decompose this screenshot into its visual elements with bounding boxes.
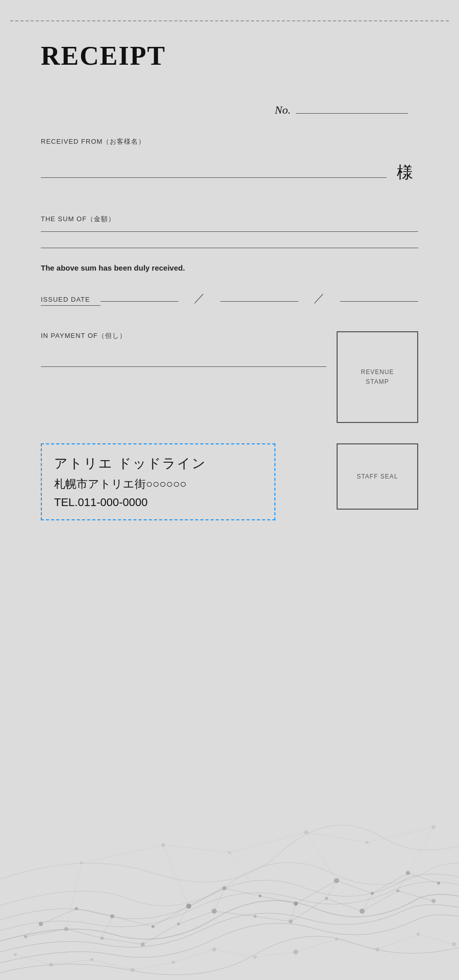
svg-line-43: [326, 898, 362, 911]
staff-seal-column: STAFF SEAL: [337, 443, 418, 510]
sum-of-label: THE SUM OF（金額）: [41, 215, 418, 224]
svg-line-75: [377, 934, 418, 949]
svg-line-32: [337, 881, 372, 893]
sama-label: 様: [392, 162, 418, 184]
svg-line-72: [255, 952, 296, 957]
svg-line-70: [173, 949, 214, 962]
customer-name-line: [41, 163, 387, 178]
svg-line-41: [255, 916, 291, 921]
payment-line: [41, 366, 326, 367]
svg-line-71: [214, 949, 255, 957]
svg-line-33: [372, 873, 408, 893]
svg-line-86: [306, 832, 367, 842]
svg-line-73: [296, 939, 337, 952]
company-address: 札幌市アトリエ街○○○○○○: [54, 476, 262, 492]
date-segment-2: [220, 287, 298, 302]
svg-line-89: [163, 845, 189, 906]
above-sum-text: The above sum has been duly received.: [41, 263, 418, 272]
bottom-section: IN PAYMENT OF（但し） REVENUE STAMP: [41, 331, 418, 423]
svg-line-85: [230, 832, 306, 853]
svg-line-68: [92, 960, 133, 970]
date-segment-3: [340, 287, 418, 302]
svg-line-25: [76, 909, 112, 916]
payment-label: IN PAYMENT OF（但し）: [41, 331, 326, 340]
no-row: No.: [41, 101, 418, 117]
stamp-column: REVENUE STAMP: [337, 331, 418, 423]
no-input-line: [296, 101, 408, 114]
network-decoration: [0, 735, 459, 980]
svg-line-88: [66, 863, 82, 929]
no-label: No.: [275, 103, 291, 117]
svg-line-90: [230, 853, 260, 896]
svg-line-47: [102, 916, 112, 938]
payment-column: IN PAYMENT OF（但し）: [41, 331, 326, 367]
company-name: アトリエ ドッドライン: [54, 455, 262, 472]
svg-line-26: [112, 916, 153, 926]
company-tel: TEL.011-000-0000: [54, 496, 262, 509]
revenue-stamp-box: REVENUE STAMP: [337, 331, 418, 423]
svg-line-84: [163, 845, 230, 853]
sum-line-2: [41, 247, 418, 248]
svg-line-29: [224, 888, 260, 896]
date-slash-1: ／: [194, 290, 205, 306]
svg-line-24: [41, 909, 76, 924]
revenue-stamp-text: REVENUE STAMP: [361, 367, 394, 387]
svg-line-87: [367, 827, 434, 842]
svg-line-27: [153, 906, 189, 926]
svg-line-44: [362, 891, 398, 911]
receipt-title: RECEIPT: [41, 41, 418, 71]
svg-line-35: [26, 929, 66, 937]
receipt-page: RECEIPT No. RECEIVED FROM（お客様名） 様 THE SU…: [0, 0, 459, 980]
received-from-label: RECEIVED FROM（お客様名）: [41, 137, 418, 146]
info-row: アトリエ ドッドライン 札幌市アトリエ街○○○○○○ TEL.011-000-0…: [41, 443, 418, 536]
svg-line-69: [133, 962, 173, 970]
sum-line-1: [41, 231, 418, 232]
staff-seal-box: STAFF SEAL: [337, 443, 418, 510]
staff-seal-text: STAFF SEAL: [356, 473, 398, 480]
svg-line-91: [306, 832, 337, 881]
issued-date-row: ISSUED DATE ／ ／: [41, 287, 418, 306]
issued-date-label: ISSUED DATE: [41, 296, 100, 306]
customer-row: 様: [41, 162, 418, 184]
svg-line-74: [337, 939, 377, 949]
info-left: アトリエ ドッドライン 札幌市アトリエ街○○○○○○ TEL.011-000-0…: [41, 443, 326, 536]
svg-line-46: [26, 924, 41, 937]
company-box: アトリエ ドッドライン 札幌市アトリエ街○○○○○○ TEL.011-000-0…: [41, 443, 275, 520]
date-slash-2: ／: [314, 290, 325, 306]
svg-line-76: [418, 934, 454, 944]
date-segment-1: [100, 287, 178, 302]
svg-line-28: [189, 888, 224, 906]
svg-line-83: [82, 845, 163, 863]
